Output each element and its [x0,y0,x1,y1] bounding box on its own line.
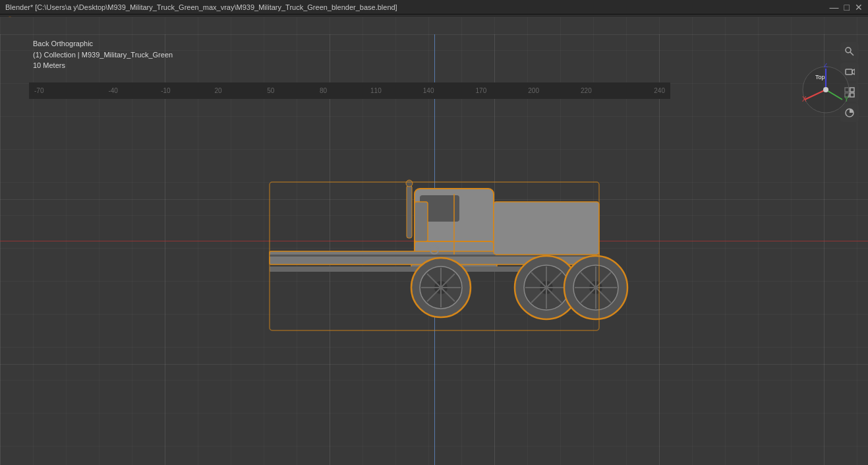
truck-model [237,149,632,334]
viewport-info: Back Orthographic (1) Collection | M939_… [33,49,173,71]
svg-rect-27 [415,202,428,241]
minimize-button[interactable]: — [830,2,839,13]
svg-rect-29 [494,202,599,255]
svg-rect-30 [407,185,412,238]
close-button[interactable]: ✕ [855,2,863,13]
window-title: Blender* [C:\Users\a y\Desktop\M939_Mili… [5,3,397,11]
timeline-track[interactable]: -70 -40 -10 20 50 80 110 140 170 200 220… [29,82,670,99]
viewport-origin [430,245,439,255]
viewport-collection-info: (1) Collection | M939_Military_Truck_Gre… [33,49,173,61]
svg-point-31 [406,180,413,187]
viewport-canvas[interactable]: Back Orthographic (1) Collection | M939_… [29,49,670,449]
viewport-scale-info: 10 Meters [33,60,173,71]
timeline-ruler: -70 -40 -10 20 50 80 110 140 170 200 220… [29,82,670,99]
maximize-button[interactable]: □ [844,2,850,13]
